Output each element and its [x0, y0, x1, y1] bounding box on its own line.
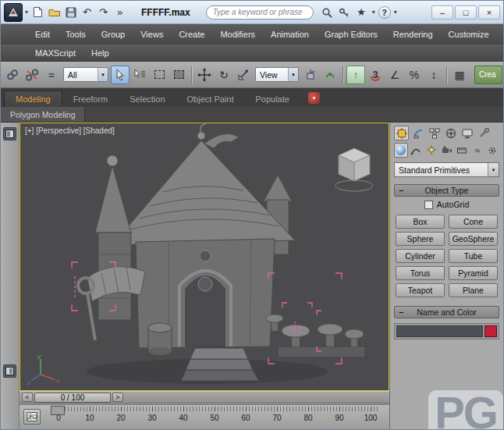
- select-and-rotate-icon[interactable]: ↻: [215, 66, 233, 84]
- favorites-caret-icon[interactable]: ▾: [371, 9, 376, 16]
- menu-animation[interactable]: Animation: [263, 30, 317, 39]
- cone-button[interactable]: Cone: [449, 215, 498, 229]
- chevron-down-icon: ▾: [488, 163, 499, 176]
- rectangular-selection-region-icon[interactable]: [150, 66, 169, 84]
- keyboard-override-icon[interactable]: ↑: [346, 66, 365, 84]
- viewport-layout-tabs-icon[interactable]: [3, 127, 16, 140]
- open-file-icon[interactable]: [47, 5, 62, 20]
- viewcube[interactable]: [332, 144, 376, 194]
- reference-coordinate-dropdown[interactable]: View ▾: [255, 67, 299, 82]
- create-selection-set-button[interactable]: Crea: [474, 66, 502, 84]
- spinner-snap-icon[interactable]: ↕: [424, 66, 443, 84]
- motion-tab-icon[interactable]: [443, 126, 458, 140]
- menu-modifiers[interactable]: Modifiers: [212, 30, 263, 39]
- viewport-perspective[interactable]: [+] [Perspective] [Shaded]: [20, 123, 389, 391]
- ribbon-config-icon[interactable]: ▾: [308, 92, 320, 104]
- app-menu-button[interactable]: [4, 3, 23, 22]
- ribbon-tab-freeform[interactable]: Freeform: [62, 91, 119, 107]
- ribbon-tab-modeling[interactable]: Modeling: [4, 91, 62, 107]
- object-name-field[interactable]: [396, 325, 483, 337]
- utilities-tab-icon[interactable]: [476, 126, 491, 140]
- object-type-rollout-header[interactable]: − Object Type: [394, 184, 499, 197]
- modify-tab-icon[interactable]: [410, 126, 425, 140]
- help-icon[interactable]: ?: [378, 6, 391, 19]
- favorites-star-icon[interactable]: ★: [354, 5, 369, 20]
- lights-category-icon[interactable]: [424, 143, 438, 158]
- display-tab-icon[interactable]: [460, 126, 474, 140]
- autogrid-checkbox[interactable]: [424, 201, 433, 209]
- tube-button[interactable]: Tube: [449, 249, 498, 263]
- menu-rendering[interactable]: Rendering: [385, 30, 441, 39]
- timeline-ruler[interactable]: 0 10 20 30 40 50 60 70 80 90 100: [46, 405, 383, 429]
- new-file-icon[interactable]: [30, 5, 45, 20]
- menu-customize[interactable]: Customize: [441, 30, 497, 39]
- menu-views[interactable]: Views: [133, 30, 171, 39]
- time-slider[interactable]: < 0 / 100 >: [20, 391, 389, 403]
- next-frame-button[interactable]: >: [112, 393, 123, 402]
- select-and-manipulate-icon[interactable]: [321, 66, 339, 84]
- track-bar[interactable]: 0 10 20 30 40 50 60 70 80 90 100: [20, 404, 389, 429]
- select-object-icon[interactable]: [111, 66, 130, 84]
- open-mini-curve-editor-button[interactable]: [23, 409, 41, 425]
- panel-tab-polygon-modeling[interactable]: Polygon Modeling: [1, 107, 85, 122]
- ribbon-tab-selection[interactable]: Selection: [119, 91, 176, 107]
- select-and-move-icon[interactable]: [195, 66, 214, 84]
- minimize-button[interactable]: –: [431, 5, 453, 20]
- viewport-label[interactable]: [+] [Perspective] [Shaded]: [25, 126, 115, 135]
- select-and-link-icon[interactable]: [3, 66, 22, 84]
- quick-access-overflow-icon[interactable]: »: [112, 5, 127, 20]
- ribbon-tab-populate[interactable]: Populate: [244, 91, 300, 107]
- window-crossing-toggle-icon[interactable]: [169, 66, 188, 84]
- select-by-name-icon[interactable]: [130, 66, 149, 84]
- add-viewport-layout-icon[interactable]: [3, 364, 16, 378]
- box-button[interactable]: Box: [396, 215, 445, 229]
- snap-toggle-3d-icon[interactable]: 3: [366, 66, 385, 84]
- menu-help[interactable]: Help: [83, 48, 117, 58]
- redo-icon[interactable]: ↷: [96, 5, 111, 20]
- hierarchy-tab-icon[interactable]: [427, 126, 442, 140]
- menu-maxscript[interactable]: MAXScript: [27, 48, 83, 58]
- plane-button[interactable]: Plane: [449, 283, 498, 297]
- help-caret-icon[interactable]: ▾: [393, 9, 398, 16]
- spacewarps-category-icon[interactable]: ≈: [470, 143, 484, 158]
- undo-icon[interactable]: ↶: [80, 5, 94, 20]
- cameras-category-icon[interactable]: [440, 143, 454, 158]
- search-box[interactable]: Type a keyword or phrase: [206, 5, 314, 20]
- edit-named-selection-sets-icon[interactable]: ▦: [450, 66, 469, 84]
- ribbon-tab-object-paint[interactable]: Object Paint: [176, 91, 245, 107]
- menu-group[interactable]: Group: [94, 30, 133, 39]
- primitives-category-dropdown[interactable]: Standard Primitives ▾: [394, 162, 499, 177]
- object-color-swatch[interactable]: [484, 325, 497, 337]
- previous-frame-button[interactable]: <: [22, 393, 33, 402]
- menu-edit[interactable]: Edit: [27, 30, 58, 39]
- percent-snap-icon[interactable]: %: [405, 66, 424, 84]
- app-menu-caret-icon[interactable]: ▾: [24, 9, 29, 16]
- unlink-selection-icon[interactable]: [23, 66, 41, 84]
- menu-create[interactable]: Create: [171, 30, 212, 39]
- close-button[interactable]: ×: [478, 5, 500, 20]
- create-tab-icon[interactable]: [394, 126, 409, 140]
- shapes-category-icon[interactable]: [410, 143, 424, 158]
- geometry-category-icon[interactable]: [394, 143, 408, 158]
- time-slider-handle[interactable]: 0 / 100: [34, 393, 111, 403]
- save-file-icon[interactable]: [63, 5, 78, 20]
- select-and-scale-icon[interactable]: [234, 66, 253, 84]
- name-color-rollout-header[interactable]: − Name and Color: [394, 306, 499, 318]
- menu-tools[interactable]: Tools: [58, 30, 94, 39]
- pyramid-button[interactable]: Pyramid: [449, 266, 498, 280]
- helpers-category-icon[interactable]: [455, 143, 469, 158]
- menu-graph-editors[interactable]: Graph Editors: [317, 30, 385, 39]
- torus-button[interactable]: Torus: [396, 266, 445, 280]
- use-pivot-center-icon[interactable]: [301, 66, 320, 84]
- selection-filter-dropdown[interactable]: All ▾: [63, 67, 108, 82]
- systems-category-icon[interactable]: [485, 143, 499, 158]
- sphere-button[interactable]: Sphere: [396, 232, 445, 246]
- search-icon[interactable]: [320, 5, 335, 20]
- cylinder-button[interactable]: Cylinder: [396, 249, 445, 263]
- teapot-button[interactable]: Teapot: [396, 283, 445, 297]
- bind-to-spacewarp-icon[interactable]: ≈: [42, 66, 61, 84]
- maximize-button[interactable]: □: [455, 5, 477, 20]
- angle-snap-icon[interactable]: ∠: [385, 66, 404, 84]
- sign-in-key-icon[interactable]: [337, 5, 352, 20]
- geosphere-button[interactable]: GeoSphere: [449, 232, 498, 246]
